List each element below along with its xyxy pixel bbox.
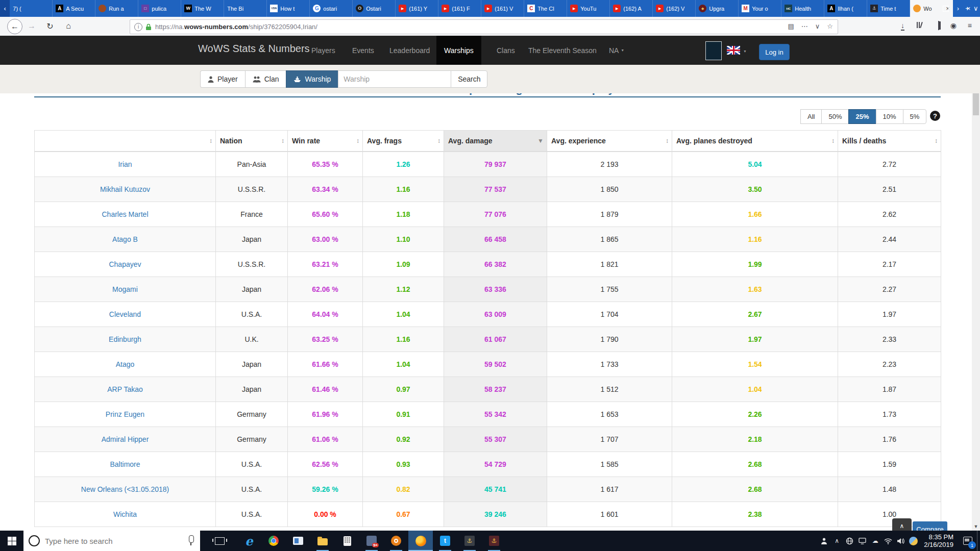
search-tab-player[interactable]: Player: [200, 70, 245, 88]
browser-tab[interactable]: ▶ (162) V: [653, 0, 696, 17]
onedrive-cloud-icon[interactable]: ☁: [869, 531, 881, 551]
window-restore-button[interactable]: [934, 0, 957, 17]
search-button[interactable]: Search: [451, 70, 487, 88]
taskbar-clock[interactable]: 8:35 PM 2/16/2019: [920, 533, 959, 548]
browser-tab[interactable]: ⚓ Time t: [867, 0, 910, 17]
sort-icon[interactable]: ▼: [537, 137, 544, 144]
start-button[interactable]: [0, 531, 23, 551]
file-explorer-icon[interactable]: [310, 531, 335, 551]
browser-tab[interactable]: O Ostari: [353, 0, 396, 17]
sidebar-icon[interactable]: [938, 21, 939, 30]
filter-button[interactable]: 50%: [821, 109, 848, 124]
page-scrollbar[interactable]: ▲ ▼: [972, 36, 980, 531]
task-view-button[interactable]: [207, 531, 232, 551]
browser-tab[interactable]: ▶ YouTu: [567, 0, 610, 17]
column-header[interactable]: Kills / deaths ↕: [838, 131, 941, 152]
ship-link[interactable]: Atago: [116, 360, 135, 368]
sort-icon[interactable]: ↕: [666, 137, 669, 144]
browser-tab[interactable]: ▶ (161) F: [438, 0, 481, 17]
language-flag-icon[interactable]: [727, 46, 740, 55]
messages-app-icon[interactable]: [359, 531, 384, 551]
action-center-button[interactable]: 1: [959, 531, 977, 551]
browser-tab[interactable]: The Bi: [224, 0, 267, 17]
browser-tab[interactable]: ◆ Upgra: [696, 0, 739, 17]
login-button[interactable]: Log in: [759, 44, 790, 60]
pocket-icon[interactable]: ∨: [815, 22, 820, 30]
browser-tab[interactable]: W The W: [181, 0, 224, 17]
column-header[interactable]: Win rate ↕: [288, 131, 363, 152]
hidden-icons-chevron[interactable]: ∧: [830, 531, 843, 551]
contacts-app-icon[interactable]: [286, 531, 310, 551]
search-tab-clan[interactable]: Clan: [245, 70, 286, 88]
ship-link[interactable]: Atago B: [112, 235, 138, 243]
browser-tab[interactable]: USN How t: [267, 0, 310, 17]
people-tray-icon[interactable]: [818, 531, 830, 551]
warship-search-input[interactable]: [338, 70, 451, 88]
language-caret-icon[interactable]: ▼: [743, 49, 747, 53]
tab-scroll-left-icon[interactable]: ‹: [0, 0, 10, 17]
ship-link[interactable]: New Orleans (<31.05.2018): [81, 485, 169, 493]
downloads-icon[interactable]: ↓: [901, 21, 904, 31]
sort-icon[interactable]: ↕: [437, 137, 440, 144]
column-header[interactable]: Avg. planes destroyed ↕: [672, 131, 838, 152]
microphone-icon[interactable]: [189, 535, 194, 543]
scrollbar-down-icon[interactable]: ▼: [972, 524, 980, 529]
target-app-icon[interactable]: [384, 531, 408, 551]
browser-tab[interactable]: Run a: [95, 0, 138, 17]
nav-warships[interactable]: Warships: [436, 36, 481, 65]
ship-link[interactable]: Irian: [118, 160, 132, 168]
sort-icon[interactable]: ↕: [209, 137, 212, 144]
nav-events[interactable]: Events: [345, 36, 382, 65]
help-icon[interactable]: ?: [930, 111, 940, 121]
nav-players[interactable]: Players: [304, 36, 343, 65]
calculator-icon[interactable]: [335, 531, 359, 551]
window-minimize-button[interactable]: –: [911, 0, 934, 17]
edge-icon[interactable]: e: [237, 531, 261, 551]
firefox-icon[interactable]: [408, 531, 433, 551]
taskbar-search[interactable]: [23, 531, 200, 551]
browser-tab[interactable]: M Your o: [739, 0, 781, 17]
column-header[interactable]: ↕: [35, 131, 216, 152]
filter-button[interactable]: 5%: [903, 109, 927, 124]
ship-link[interactable]: Baltimore: [110, 460, 140, 468]
browser-tab[interactable]: G ostari: [310, 0, 353, 17]
menu-icon[interactable]: ≡: [968, 21, 972, 30]
account-icon[interactable]: ◉: [950, 21, 957, 30]
ship-link[interactable]: Charles Martel: [102, 210, 148, 218]
wifi-icon[interactable]: [881, 531, 894, 551]
search-tab-warship[interactable]: Warship: [286, 70, 338, 88]
chrome-icon[interactable]: [261, 531, 286, 551]
site-info-icon[interactable]: i: [134, 23, 142, 31]
browser-tab[interactable]: □ pulica: [138, 0, 181, 17]
taskbar-search-input[interactable]: [44, 536, 174, 546]
ship-link[interactable]: Prinz Eugen: [106, 410, 144, 418]
ship-link[interactable]: Mogami: [112, 285, 138, 293]
nav-clans[interactable]: Clans: [489, 36, 523, 65]
ship-link[interactable]: Mikhail Kutuzov: [100, 185, 150, 193]
ship-link[interactable]: Edinburgh: [109, 335, 141, 343]
filter-button[interactable]: 25%: [848, 109, 875, 124]
monitor-tray-icon[interactable]: [856, 531, 869, 551]
library-icon[interactable]: [917, 21, 923, 30]
column-header[interactable]: Nation ↕: [216, 131, 288, 152]
show-desktop-button[interactable]: [977, 531, 980, 551]
browser-tab[interactable]: C The Cl: [524, 0, 567, 17]
browser-tab[interactable]: ▶ (161) V: [481, 0, 524, 17]
volume-icon[interactable]: [894, 531, 907, 551]
twitter-icon[interactable]: t: [433, 531, 457, 551]
url-bar[interactable]: i https://na.wows-numbers.com/ship/37622…: [130, 19, 838, 34]
window-close-button[interactable]: ×: [957, 0, 980, 17]
filter-button[interactable]: 10%: [876, 109, 903, 124]
nav-leaderboard[interactable]: Leaderboard: [382, 36, 437, 65]
reader-view-icon[interactable]: ▤: [788, 22, 794, 30]
ship-link[interactable]: Chapayev: [109, 260, 141, 268]
column-header[interactable]: Avg. experience ↕: [547, 131, 672, 152]
nav-region-dropdown[interactable]: NA ▼: [601, 36, 632, 65]
browser-tab[interactable]: HC Health: [781, 0, 824, 17]
wows-launcher-icon[interactable]: ⚓: [482, 531, 506, 551]
page-actions-icon[interactable]: ⋯: [801, 22, 808, 30]
browser-tab[interactable]: ▶ (162) A: [610, 0, 653, 17]
site-brand[interactable]: WoWS Stats & Numbers: [198, 43, 310, 55]
ship-link[interactable]: Wichita: [113, 510, 137, 518]
browser-tab[interactable]: A Ilhan (: [824, 0, 867, 17]
